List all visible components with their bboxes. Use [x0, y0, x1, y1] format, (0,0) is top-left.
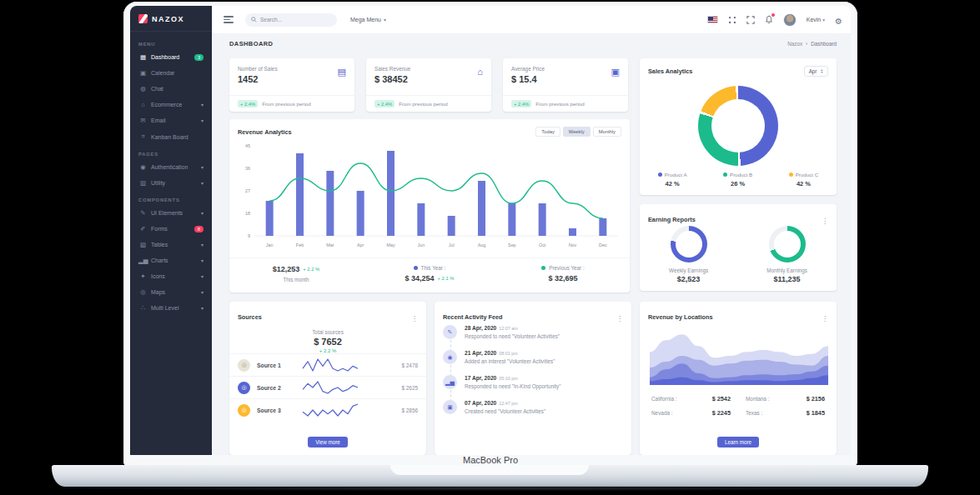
- svg-text:36: 36: [245, 166, 250, 171]
- radial-gauge-chart: [769, 226, 806, 262]
- kebab-menu-icon[interactable]: [822, 309, 828, 324]
- sidebar-item[interactable]: ⌂ Ecommerce ▾: [130, 97, 212, 112]
- svg-text:Jul: Jul: [449, 242, 455, 248]
- sales-analytics-card: Sales Analytics Apr ▲▼: [640, 58, 837, 195]
- authentication-icon: ◉: [138, 163, 148, 171]
- total-sources-label: Total sources: [229, 329, 426, 335]
- gear-icon[interactable]: [835, 12, 842, 28]
- source-3-icon: ◎: [238, 404, 250, 417]
- svg-text:Sep: Sep: [508, 242, 516, 248]
- stat-card: Sales Revenue $ 38452 ⌂ + 2.4% From prev…: [366, 58, 491, 112]
- icons-icon: ✦: [138, 272, 148, 280]
- email-icon: ✉: [138, 117, 148, 124]
- mini-cards: Number of Sales 1452 ▤ + 2.4% From previ…: [229, 58, 628, 112]
- kebab-menu-icon[interactable]: [616, 309, 623, 324]
- sidebar-item[interactable]: ◍ Chat: [130, 81, 212, 97]
- page-title: DASHBOARD: [229, 40, 273, 48]
- notifications-bell-icon[interactable]: [765, 15, 773, 24]
- stat-value: $ 15.4: [511, 74, 620, 84]
- svg-text:45: 45: [245, 143, 250, 148]
- utility-icon: ▥: [138, 179, 148, 187]
- kebab-menu-icon[interactable]: [411, 309, 418, 324]
- legend-dot: [658, 172, 662, 177]
- search-input[interactable]: [260, 17, 327, 22]
- sidebar-item[interactable]: ▣ Calendar: [130, 65, 212, 81]
- chevron-down-icon: ▾: [201, 180, 204, 186]
- stat-card: Average Price $ 15.4 ▣ + 2.4% From previ…: [503, 58, 628, 112]
- range-tab[interactable]: Today: [535, 127, 560, 137]
- svg-text:27: 27: [245, 188, 250, 193]
- location-value: $ 1845: [807, 409, 825, 417]
- sidebar-item[interactable]: ∴ Multi Level ▾: [130, 300, 212, 316]
- svg-text:Dec: Dec: [599, 242, 607, 248]
- sidebar-item[interactable]: ◉ Authentication ▾: [130, 159, 212, 175]
- period-select[interactable]: Apr ▲▼: [804, 66, 828, 77]
- kanban-icon: ⌗: [138, 132, 148, 141]
- sidebar-item-label: Forms: [151, 226, 194, 232]
- source-value: $ 2478: [401, 362, 418, 368]
- source-sparkline-chart: [300, 357, 360, 373]
- sidebar-item[interactable]: ✉ Email ▾: [130, 112, 212, 128]
- learn-more-button[interactable]: Learn more: [717, 437, 759, 448]
- breadcrumb-current: Dashboard: [811, 41, 837, 47]
- breadcrumb-root[interactable]: Nazox: [787, 41, 802, 47]
- sidebar-item[interactable]: ⌗ Kanban Board: [130, 128, 212, 145]
- sidebar-item-label: Dashboard: [151, 54, 194, 60]
- stat-title: Number of Sales: [238, 66, 346, 72]
- language-flag-icon[interactable]: [707, 16, 718, 23]
- earning-item: Monthly Earnings $11,235: [766, 226, 807, 283]
- legend-item: Product A 42 %: [658, 172, 687, 188]
- range-tab[interactable]: Monthly: [593, 127, 621, 137]
- view-more-button[interactable]: View more: [308, 437, 348, 448]
- nazox-logo-icon: [138, 14, 148, 23]
- search-box[interactable]: [245, 13, 337, 27]
- activity-text: Responded to need "Volunteer Activities": [465, 333, 625, 339]
- sidebar-item[interactable]: ▦ Dashboard 3: [130, 49, 212, 65]
- source-name: Source 3: [257, 408, 300, 413]
- chevron-down-icon: ▾: [201, 258, 204, 263]
- location-label: Montana :: [746, 396, 769, 402]
- sidebar-item-label: UI Elements: [151, 210, 201, 216]
- sidebar-item[interactable]: ✎ UI Elements ▾: [130, 205, 212, 221]
- sidebar-item[interactable]: ✐ Forms 8: [130, 221, 212, 237]
- this-year-dot: [414, 266, 418, 270]
- earning-label: Monthly Earnings: [766, 268, 807, 273]
- recent-activity-card: Recent Activity Feed ✎ 28 Apr, 202012:07…: [435, 302, 631, 455]
- legend-value: 26 %: [723, 180, 752, 188]
- avatar[interactable]: [783, 13, 797, 27]
- hamburger-menu-icon[interactable]: [224, 16, 234, 23]
- sidebar-item[interactable]: ◎ Maps ▾: [130, 284, 212, 300]
- store-icon: ⌂: [477, 67, 483, 77]
- sidebar-item[interactable]: ▂▅ Charts ▾: [130, 252, 212, 268]
- sidebar-item[interactable]: COMPONENTS: [130, 191, 212, 205]
- sidebar-item-label: Utility: [151, 180, 201, 186]
- stat-value: $ 38452: [374, 74, 483, 84]
- dashboard-app: NAZOX MENU ▦ Dashboard: [130, 6, 851, 455]
- source-row[interactable]: ◎ Source 1 $ 2478: [229, 353, 426, 376]
- sidebar-item[interactable]: ▥ Utility ▾: [130, 175, 212, 191]
- source-row[interactable]: ◎ Source 3 $ 2856: [229, 398, 426, 421]
- sidebar-item[interactable]: ▧ Tables ▾: [130, 237, 212, 252]
- location-value: $ 2245: [712, 409, 731, 417]
- sidebar-item-label: COMPONENTS: [138, 198, 204, 202]
- mega-menu-button[interactable]: Mega Menu: [350, 17, 386, 22]
- kebab-menu-icon[interactable]: [822, 212, 828, 227]
- user-menu[interactable]: Kevin: [807, 17, 825, 22]
- sidebar-item[interactable]: PAGES: [130, 145, 212, 159]
- locations-stats: California : $ 2542 Montana : $ 2156 Nev…: [651, 395, 825, 417]
- earning-value: $11,235: [766, 275, 807, 283]
- breadcrumb-separator: ›: [806, 41, 807, 47]
- source-1-icon: ◎: [238, 359, 250, 372]
- apps-grid-icon[interactable]: [728, 16, 736, 24]
- logo[interactable]: NAZOX: [130, 6, 212, 32]
- fullscreen-icon[interactable]: [746, 16, 755, 24]
- select-arrows-icon: ▲▼: [820, 69, 823, 73]
- range-tab[interactable]: Weekly: [563, 127, 591, 137]
- card-title: Sales Analytics: [648, 68, 692, 75]
- source-value: $ 2856: [401, 408, 418, 413]
- sidebar-item[interactable]: ✦ Icons ▾: [130, 268, 212, 284]
- legend-value: 42 %: [658, 180, 687, 188]
- source-row[interactable]: ◎ Source 2 $ 2625: [229, 376, 426, 398]
- legend-dot: [789, 172, 793, 177]
- sidebar-item[interactable]: MENU: [130, 35, 212, 49]
